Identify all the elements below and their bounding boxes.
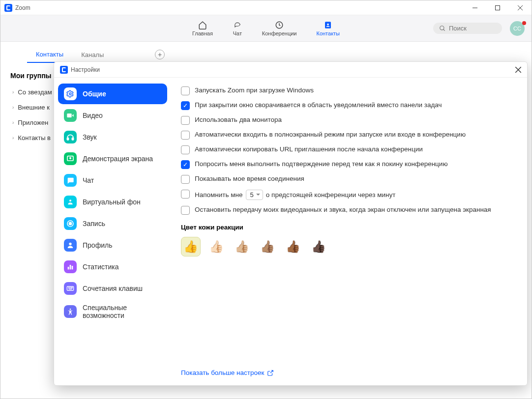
settings-tab-chat[interactable]: Чат xyxy=(58,170,167,191)
a11y-icon xyxy=(64,305,77,318)
checkbox[interactable] xyxy=(181,101,190,110)
search-box[interactable] xyxy=(433,23,502,34)
contacts-icon xyxy=(323,21,333,29)
chat-icon xyxy=(233,21,242,29)
svg-point-11 xyxy=(69,93,71,95)
more-settings-link[interactable]: Показать больше настроек xyxy=(181,369,274,376)
contact-subtabs: Контакты Каналы + xyxy=(27,47,165,63)
settings-tab-rec[interactable]: Запись xyxy=(58,213,167,234)
nav-chat[interactable]: Чат xyxy=(233,21,242,36)
chevron-right-icon: › xyxy=(12,89,14,95)
option-row[interactable]: Запускать Zoom при загрузке Windows xyxy=(181,86,517,95)
settings-tab-stats[interactable]: Статистика xyxy=(58,256,167,277)
settings-tab-video[interactable]: Видео xyxy=(58,105,167,126)
svg-point-7 xyxy=(440,26,444,29)
settings-close-button[interactable] xyxy=(515,67,521,73)
nav-meetings-label: Конференции xyxy=(262,30,297,36)
option-label: При закрытии окно сворачивается в област… xyxy=(195,101,442,109)
option-row[interactable]: Использовать два монитора xyxy=(181,116,517,125)
add-contact-button[interactable]: + xyxy=(155,50,165,59)
skin-tone-row: 👍👍🏻👍🏼👍🏽👍🏾👍🏿 xyxy=(181,237,517,256)
checkbox[interactable] xyxy=(181,190,190,199)
clock-icon xyxy=(274,21,284,29)
svg-rect-22 xyxy=(72,266,73,269)
svg-point-18 xyxy=(69,222,71,225)
skin-tone-option[interactable]: 👍🏾 xyxy=(283,237,303,256)
option-label: Остановить передачу моих видеоданных и з… xyxy=(195,206,491,213)
settings-tab-label: Профиль xyxy=(83,241,112,249)
checkbox[interactable] xyxy=(181,206,190,215)
option-label: Автоматически копировать URL приглашения… xyxy=(195,145,423,153)
nav-contacts-label: Контакты xyxy=(317,30,340,36)
option-row[interactable]: Показывать мое время соединения xyxy=(181,175,517,184)
option-stop-share[interactable]: Остановить передачу моих видеоданных и з… xyxy=(181,206,517,215)
option-label: Показывать мое время соединения xyxy=(195,175,304,182)
svg-point-6 xyxy=(327,23,329,25)
close-button[interactable] xyxy=(509,0,532,15)
avatar[interactable]: CC xyxy=(510,21,525,36)
checkbox[interactable] xyxy=(181,160,190,169)
maximize-button[interactable] xyxy=(486,0,509,15)
svg-point-26 xyxy=(71,287,71,288)
checkbox[interactable] xyxy=(181,145,190,154)
svg-line-8 xyxy=(443,29,445,30)
skin-tone-option[interactable]: 👍🏼 xyxy=(232,237,252,256)
checkbox[interactable] xyxy=(181,116,190,125)
settings-tab-keyboard[interactable]: Сочетания клавиш xyxy=(58,278,167,299)
settings-tab-bg[interactable]: Виртуальный фон xyxy=(58,192,167,212)
skin-tone-option[interactable]: 👍🏿 xyxy=(309,237,328,256)
svg-rect-21 xyxy=(70,265,71,269)
skin-tone-option[interactable]: 👍🏽 xyxy=(258,237,277,256)
minimize-button[interactable] xyxy=(464,0,486,15)
settings-tab-share[interactable]: Демонстрация экрана xyxy=(58,148,167,169)
option-row[interactable]: Автоматически копировать URL приглашения… xyxy=(181,145,517,154)
search-input[interactable] xyxy=(449,25,493,32)
option-label: Использовать два монитора xyxy=(195,116,282,123)
gear-icon xyxy=(64,87,77,100)
settings-tab-gear[interactable]: Общие xyxy=(58,84,167,104)
option-label: Попросить меня выполнить подтверждение п… xyxy=(195,160,448,168)
settings-tab-label: Звук xyxy=(83,133,97,141)
group-label: Приложен xyxy=(18,119,48,126)
svg-rect-13 xyxy=(67,138,68,140)
group-label: Внешние к xyxy=(18,104,49,111)
share-icon xyxy=(64,152,77,165)
settings-tab-label: Виртуальный фон xyxy=(83,198,141,206)
skin-tone-option[interactable]: 👍🏻 xyxy=(207,237,226,256)
settings-dialog: Настройки ОбщиеВидеоЗвукДемонстрация экр… xyxy=(54,61,528,386)
settings-tab-profile[interactable]: Профиль xyxy=(58,235,167,256)
option-row[interactable]: При закрытии окно сворачивается в област… xyxy=(181,101,517,110)
rec-icon xyxy=(64,217,77,230)
zoom-app-icon xyxy=(4,4,12,12)
remind-select[interactable]: 5 xyxy=(246,190,263,200)
search-icon xyxy=(439,25,446,32)
nav-contacts[interactable]: Контакты xyxy=(317,21,340,36)
svg-rect-20 xyxy=(68,267,69,269)
option-row[interactable]: Автоматически входить в полноэкранный ре… xyxy=(181,131,517,140)
svg-rect-12 xyxy=(67,114,71,117)
settings-sidebar: ОбщиеВидеоЗвукДемонстрация экранаЧатВирт… xyxy=(54,78,171,385)
external-link-icon xyxy=(267,370,274,376)
group-label: Со звездам xyxy=(18,88,52,96)
settings-tab-a11y[interactable]: Специальные возможности xyxy=(58,300,167,323)
remind-value: 5 xyxy=(250,191,254,199)
skin-tone-option[interactable]: 👍 xyxy=(181,237,201,256)
subtab-channels[interactable]: Каналы xyxy=(72,47,113,62)
svg-point-29 xyxy=(70,309,71,310)
window-title: Zoom xyxy=(15,4,30,11)
checkbox[interactable] xyxy=(181,175,190,184)
checkbox[interactable] xyxy=(181,131,190,140)
subtab-contacts[interactable]: Контакты xyxy=(27,47,72,63)
option-row[interactable]: Попросить меня выполнить подтверждение п… xyxy=(181,160,517,169)
option-remind[interactable]: Напомнить мне 5 о предстоящей конференци… xyxy=(181,190,517,200)
svg-point-19 xyxy=(69,243,71,245)
home-icon xyxy=(198,21,207,29)
nav-meetings[interactable]: Конференции xyxy=(262,21,297,36)
nav-home[interactable]: Главная xyxy=(192,21,213,36)
svg-rect-23 xyxy=(67,286,73,290)
settings-tab-audio[interactable]: Звук xyxy=(58,127,167,147)
chevron-right-icon: › xyxy=(12,120,14,125)
more-settings-label: Показать больше настроек xyxy=(181,369,264,376)
keyboard-icon xyxy=(64,282,77,295)
checkbox[interactable] xyxy=(181,86,190,95)
